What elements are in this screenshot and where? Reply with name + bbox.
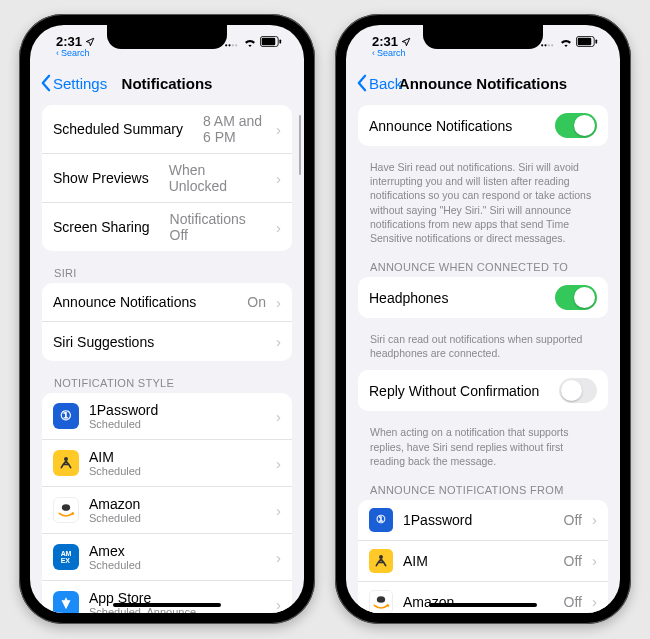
phone-left: 2:31 ‹Search Settings Notifications xyxy=(19,14,315,624)
app-name: Amazon xyxy=(89,496,266,512)
svg-point-14 xyxy=(544,44,546,46)
app-name: 1Password xyxy=(403,512,472,528)
app-value: Off xyxy=(564,594,582,610)
chevron-right-icon: › xyxy=(276,596,281,613)
svg-point-3 xyxy=(235,44,237,46)
app-value: Off xyxy=(564,512,582,528)
svg-point-21 xyxy=(377,596,385,603)
chevron-right-icon: › xyxy=(276,121,281,138)
app-row[interactable]: ①1PasswordOff› xyxy=(358,500,608,541)
chevron-left-icon xyxy=(40,74,51,92)
app-name: Amex xyxy=(89,543,266,559)
phone-right: 2:31 ‹Search Back Announce Notifications xyxy=(335,14,631,624)
toggle-headphones[interactable] xyxy=(555,285,597,310)
svg-rect-5 xyxy=(262,38,276,46)
notch xyxy=(107,25,227,49)
chevron-right-icon: › xyxy=(592,593,597,610)
app-subtitle: Scheduled xyxy=(89,465,266,478)
row-siri-suggestions[interactable]: Siri Suggestions› xyxy=(42,322,292,361)
app-icon: AMEX xyxy=(53,544,79,570)
row-show-previews[interactable]: Show PreviewsWhen Unlocked› xyxy=(42,154,292,203)
row-reply-without-confirmation: Reply Without Confirmation xyxy=(358,370,608,411)
nav-bar: Back Announce Notifications xyxy=(346,63,620,103)
app-name: Amazon xyxy=(403,594,454,610)
app-name: AIM xyxy=(89,449,266,465)
wifi-icon xyxy=(243,37,257,47)
header-connected: ANNOUNCE WHEN CONNECTED TO xyxy=(358,255,608,277)
row-screen-sharing[interactable]: Screen SharingNotifications Off› xyxy=(42,203,292,251)
svg-point-15 xyxy=(548,44,550,46)
app-icon xyxy=(369,549,393,573)
toggle-reply[interactable] xyxy=(559,378,597,403)
app-icon xyxy=(369,590,393,613)
chevron-right-icon: › xyxy=(592,511,597,528)
app-row[interactable]: ①1PasswordScheduled› xyxy=(42,393,292,440)
svg-point-0 xyxy=(225,44,227,46)
row-announce-notifications[interactable]: Announce NotificationsOn› xyxy=(42,283,292,322)
battery-icon xyxy=(576,36,598,47)
footer-reply: When acting on a notification that suppo… xyxy=(358,421,608,478)
home-indicator[interactable] xyxy=(113,603,221,607)
home-indicator[interactable] xyxy=(429,603,537,607)
chevron-right-icon: › xyxy=(276,219,281,236)
back-button[interactable]: Back xyxy=(356,74,402,92)
scroll-indicator[interactable] xyxy=(299,115,302,175)
wifi-icon xyxy=(559,37,573,47)
svg-point-16 xyxy=(551,44,553,46)
header-notification-style: NOTIFICATION STYLE xyxy=(42,371,292,393)
svg-point-8 xyxy=(62,504,70,511)
app-row[interactable]: AmazonScheduled› xyxy=(42,487,292,534)
group-announce-apps: ①1PasswordOff›AIMOff›AmazonOff›AMEXAmexO… xyxy=(358,500,608,613)
location-icon xyxy=(85,37,95,47)
notch xyxy=(423,25,543,49)
app-row[interactable]: AmazonOff› xyxy=(358,582,608,613)
header-announce-from: ANNOUNCE NOTIFICATIONS FROM xyxy=(358,478,608,500)
row-scheduled-summary[interactable]: Scheduled Summary8 AM and 6 PM› xyxy=(42,105,292,154)
footer-headphones: Siri can read out notifications when sup… xyxy=(358,328,608,370)
location-icon xyxy=(401,37,411,47)
app-name: AIM xyxy=(403,553,428,569)
chevron-right-icon: › xyxy=(592,552,597,569)
app-icon: ① xyxy=(53,403,79,429)
app-subtitle: Scheduled xyxy=(89,512,266,525)
chevron-right-icon: › xyxy=(276,549,281,566)
row-headphones: Headphones xyxy=(358,277,608,318)
row-announce-toggle: Announce Notifications xyxy=(358,105,608,146)
chevron-right-icon: › xyxy=(276,333,281,350)
app-subtitle: Scheduled xyxy=(89,418,266,431)
app-icon xyxy=(53,591,79,613)
chevron-right-icon: › xyxy=(276,502,281,519)
breadcrumb-search[interactable]: ‹Search xyxy=(56,48,95,58)
app-subtitle: Scheduled xyxy=(89,559,266,572)
header-siri: SIRI xyxy=(42,261,292,283)
app-row[interactable]: AMEXAmexScheduled› xyxy=(42,534,292,581)
chevron-right-icon: › xyxy=(276,170,281,187)
chevron-right-icon: › xyxy=(276,294,281,311)
chevron-left-icon xyxy=(356,74,367,92)
app-value: Off xyxy=(564,553,582,569)
group-summary: Scheduled Summary8 AM and 6 PM› Show Pre… xyxy=(42,105,292,251)
back-button[interactable]: Settings xyxy=(40,74,107,92)
svg-rect-6 xyxy=(279,39,281,43)
battery-icon xyxy=(260,36,282,47)
clock: 2:31 xyxy=(372,34,398,49)
group-siri: Announce NotificationsOn› Siri Suggestio… xyxy=(42,283,292,361)
group-apps: ①1PasswordScheduled›AIMScheduled›AmazonS… xyxy=(42,393,292,613)
app-row[interactable]: App StoreScheduled, Announce› xyxy=(42,581,292,613)
breadcrumb-search[interactable]: ‹Search xyxy=(372,48,411,58)
page-title: Announce Notifications xyxy=(399,75,567,92)
page-title: Notifications xyxy=(122,75,213,92)
app-icon xyxy=(53,497,79,523)
app-icon: ① xyxy=(369,508,393,532)
app-row[interactable]: AIMScheduled› xyxy=(42,440,292,487)
svg-point-1 xyxy=(228,44,230,46)
svg-point-2 xyxy=(232,44,234,46)
app-row[interactable]: AIMOff› xyxy=(358,541,608,582)
svg-rect-18 xyxy=(578,38,592,46)
svg-point-13 xyxy=(541,44,543,46)
chevron-right-icon: › xyxy=(276,455,281,472)
toggle-announce[interactable] xyxy=(555,113,597,138)
nav-bar: Settings Notifications xyxy=(30,63,304,103)
app-icon xyxy=(53,450,79,476)
svg-rect-19 xyxy=(595,39,597,43)
